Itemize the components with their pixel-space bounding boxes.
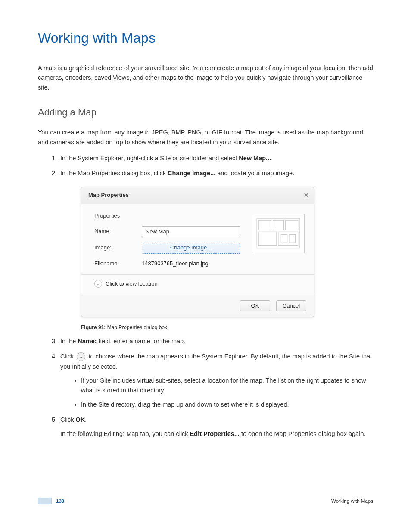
name-label: Name: [94,227,142,236]
text: In the [60,338,78,345]
button-name: Edit Properties... [190,430,240,437]
filename-value: 1487903765_floor-plan.jpg [142,259,209,268]
figure-text: Map Properties dialog box [106,324,167,330]
step-5-followup: In the following Editing: Map tab, you c… [60,429,373,439]
step-4: Click ⌄ to choose where the map appears … [59,351,373,410]
svg-rect-7 [289,235,296,243]
section-heading: Adding a Map [38,107,373,118]
chevron-down-icon: ⌄ [77,352,85,361]
step-5: Click OK. In the following Editing: Map … [59,414,373,439]
change-image-button[interactable]: Change Image... [142,243,240,254]
page-footer: 130 Working with Maps [38,498,373,504]
page-number: 130 [56,498,64,504]
dialog-body: Properties Name: Image: Change Image... … [81,204,314,294]
svg-rect-4 [258,232,277,246]
text: In the Map Properties dialog box, click [60,170,168,177]
chevron-down-icon[interactable]: ⌄ [94,280,102,288]
step-4-sublist: If your Site includes virtual sub-sites,… [60,376,373,410]
map-preview [252,214,305,253]
text: field, enter a name for the map. [97,338,186,345]
text: In the System Explorer, right-click a Si… [60,155,239,162]
text: and locate your map image. [215,170,294,177]
dialog-title: Map Properties [88,190,129,200]
expand-label: Click to view location [106,279,158,289]
floorplan-icon [256,218,301,249]
svg-rect-5 [278,232,298,246]
svg-rect-1 [258,221,271,230]
step-3: In the Name: field, enter a name for the… [59,336,373,347]
text: Click [60,416,75,423]
text: . [271,155,273,162]
svg-rect-6 [281,235,287,243]
section-paragraph: You can create a map from any image in J… [38,128,373,147]
cancel-button[interactable]: Cancel [276,300,306,311]
dialog-footer: OK Cancel [81,295,314,317]
footer-left: 130 [38,498,64,504]
ok-button[interactable]: OK [240,300,270,311]
svg-rect-2 [273,221,284,230]
filename-row: Filename: 1487903765_floor-plan.jpg [94,259,305,268]
page-marker-icon [38,498,52,504]
menu-name: New Map... [239,155,271,162]
separator [81,274,314,275]
figure-number: Figure 91: [81,324,106,330]
step-2: In the Map Properties dialog box, click … [59,168,373,332]
intro-paragraph: A map is a graphical reference of your s… [38,63,373,92]
dialog-titlebar: Map Properties ✕ [81,187,314,205]
button-name: Change Image... [168,170,215,177]
footer-section: Working with Maps [331,498,373,504]
svg-rect-3 [286,221,298,230]
text: In the following Editing: Map tab, you c… [60,430,190,437]
field-name: Name: [78,338,97,345]
list-item: If your Site includes virtual sub-sites,… [81,376,373,395]
text: to choose where the map appears in the S… [60,353,372,370]
filename-label: Filename: [94,259,142,268]
image-label: Image: [94,243,142,252]
steps-list: In the System Explorer, right-click a Si… [38,153,373,439]
name-field[interactable] [142,226,240,237]
text: to open the Map Properties dialog box ag… [240,430,366,437]
figure-caption: Figure 91: Map Properties dialog box [81,323,373,332]
close-icon[interactable]: ✕ [304,190,309,201]
expand-location-row[interactable]: ⌄ Click to view location [94,279,305,290]
text: . [85,416,87,423]
page-title: Working with Maps [38,30,373,46]
map-properties-dialog: Map Properties ✕ Properties Name: Image:… [81,187,314,317]
text: Click [60,353,75,360]
step-1: In the System Explorer, right-click a Si… [59,153,373,164]
button-name: OK [75,416,85,423]
list-item: In the Site directory, drag the map up a… [81,400,373,410]
